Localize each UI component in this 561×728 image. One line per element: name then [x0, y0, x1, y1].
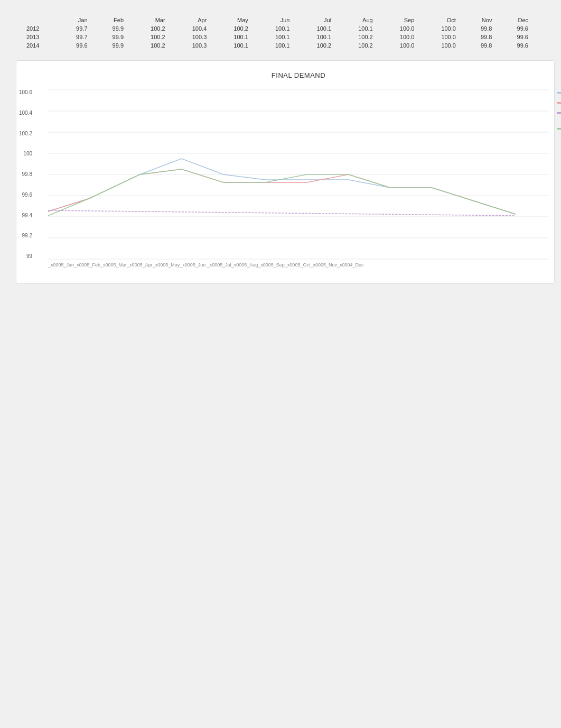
- cell-value: 100.2: [295, 41, 336, 50]
- col-apr: Apr: [171, 16, 212, 24]
- cell-value: 99.6: [497, 24, 534, 33]
- svg-line-9: [48, 210, 516, 216]
- cell-value: 100.0: [419, 24, 461, 33]
- col-mar: Mar: [129, 16, 171, 24]
- cell-value: 100.1: [254, 41, 295, 50]
- y-axis-label: 100.4: [19, 110, 32, 116]
- col-feb: Feb: [93, 16, 129, 24]
- chart-container: FINAL DEMAND 100.6100.4100.210099.899.69…: [16, 60, 555, 284]
- y-axis-label: 100: [23, 151, 32, 156]
- cell-value: 100.1: [336, 24, 378, 33]
- col-may: May: [212, 16, 254, 24]
- cell-value: 100.2: [212, 24, 254, 33]
- legend-item: 2014: [557, 126, 561, 132]
- cell-value: 99.6: [57, 41, 93, 50]
- col-jun: Jun: [254, 16, 295, 24]
- col-dec: Dec: [497, 16, 534, 24]
- cell-value: 99.8: [461, 33, 498, 41]
- col-nov: Nov: [461, 16, 498, 24]
- table-row: 201399.799.9100.2100.3100.1100.1100.1100…: [26, 33, 534, 41]
- cell-value: 100.0: [378, 24, 420, 33]
- cell-value: 100.0: [378, 33, 420, 41]
- cell-value: 100.0: [419, 33, 461, 41]
- cell-value: 100.1: [212, 41, 254, 50]
- table-row: 201299.799.9100.2100.4100.2100.1100.1100…: [26, 24, 534, 33]
- legend-color: [557, 92, 561, 94]
- cell-value: 100.2: [336, 41, 378, 50]
- col-jan: Jan: [57, 16, 93, 24]
- cell-value: 100.1: [254, 24, 295, 33]
- y-axis: 100.6100.4100.210099.899.699.499.299: [19, 90, 32, 259]
- cell-value: 99.8: [461, 41, 498, 50]
- chart-title: FINAL DEMAND: [48, 71, 549, 79]
- cell-value: 100.2: [129, 24, 171, 33]
- chart-area: 100.6100.4100.210099.899.699.499.299: [48, 90, 549, 259]
- cell-year: 2013: [26, 33, 57, 41]
- cell-value: 99.9: [93, 41, 129, 50]
- cell-value: 100.1: [295, 24, 336, 33]
- col-aug: Aug: [336, 16, 378, 24]
- y-axis-label: 99.2: [22, 233, 32, 238]
- page-wrapper: Jan Feb Mar Apr May Jun Jul Aug Sep Oct …: [11, 16, 550, 284]
- legend-color: [557, 128, 561, 130]
- cell-value: 100.0: [378, 41, 420, 50]
- legend-color: [557, 102, 561, 104]
- cell-value: 100.3: [171, 33, 212, 41]
- y-axis-label: 100.2: [19, 131, 32, 136]
- cell-value: 99.9: [93, 33, 129, 41]
- cell-value: 100.1: [295, 33, 336, 41]
- chart-svg: [48, 90, 549, 259]
- cell-value: 99.6: [497, 33, 534, 41]
- table-header-row: Jan Feb Mar Apr May Jun Jul Aug Sep Oct …: [26, 16, 534, 24]
- cell-year: 2014: [26, 41, 57, 50]
- cell-value: 100.2: [129, 41, 171, 50]
- y-axis-label: 99.4: [22, 213, 32, 218]
- table-row: 201499.699.9100.2100.3100.1100.1100.2100…: [26, 41, 534, 50]
- cell-value: 99.9: [93, 24, 129, 33]
- cell-value: 99.7: [57, 24, 93, 33]
- y-axis-label: 99.6: [22, 192, 32, 198]
- cell-value: 100.2: [336, 33, 378, 41]
- data-table: Jan Feb Mar Apr May Jun Jul Aug Sep Oct …: [26, 16, 534, 50]
- y-axis-label: 99.8: [22, 172, 32, 177]
- cell-value: 100.1: [254, 33, 295, 41]
- legend-color: [557, 112, 561, 114]
- y-axis-label: 100.6: [19, 90, 32, 95]
- legend-item: Linear (2013): [557, 110, 561, 122]
- cell-year: 2012: [26, 24, 57, 33]
- cell-value: 100.0: [419, 41, 461, 50]
- cell-value: 100.1: [212, 33, 254, 41]
- legend-item: 2013: [557, 100, 561, 106]
- cell-value: 100.4: [171, 24, 212, 33]
- col-jul: Jul: [295, 16, 336, 24]
- x-axis-text: _x0005_Jan_x0005_Feb_x0005_Mar_x0005_Apr…: [48, 262, 549, 268]
- cell-value: 100.2: [129, 33, 171, 41]
- cell-value: 99.6: [497, 41, 534, 50]
- col-sep: Sep: [378, 16, 420, 24]
- legend: 20122013Linear (2013)2014: [557, 90, 561, 132]
- y-axis-label: 99: [26, 254, 32, 259]
- col-year: [26, 16, 57, 24]
- col-oct: Oct: [419, 16, 461, 24]
- cell-value: 100.3: [171, 41, 212, 50]
- cell-value: 99.7: [57, 33, 93, 41]
- cell-value: 99.8: [461, 24, 498, 33]
- legend-item: 2012: [557, 90, 561, 96]
